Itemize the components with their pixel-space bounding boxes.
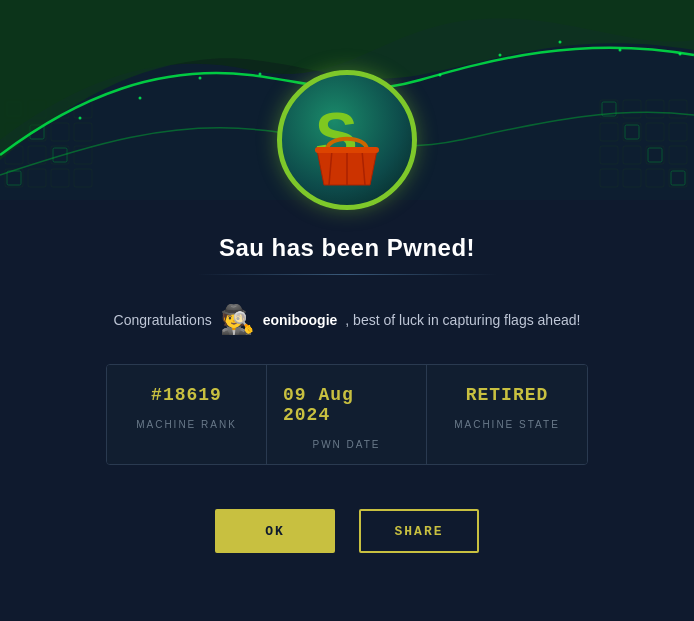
congrats-text: Congratulations <box>114 312 212 328</box>
date-label: PWN DATE <box>312 439 380 450</box>
stat-pwn-date: 09 Aug 2024 PWN DATE <box>267 365 427 464</box>
stats-row: #18619 MACHINE RANK 09 Aug 2024 PWN DATE… <box>106 364 588 465</box>
share-button[interactable]: SHARE <box>359 509 479 553</box>
rank-value: #18619 <box>151 385 222 405</box>
congrats-row: Congratulations 🕵️ eoniboogie , best of … <box>114 303 581 336</box>
svg-rect-56 <box>315 147 379 153</box>
machine-logo: S <box>277 70 417 210</box>
state-value: RETIRED <box>466 385 549 405</box>
main-content: S Sau has been Pwned! Congratulations 🕵️… <box>0 0 694 553</box>
rank-label: MACHINE RANK <box>136 419 237 430</box>
buttons-row: OK SHARE <box>215 509 479 553</box>
congrats-suffix: , best of luck in capturing flags ahead! <box>345 312 580 328</box>
state-label: MACHINE STATE <box>454 419 560 430</box>
ok-button[interactable]: OK <box>215 509 335 553</box>
page-title: Sau has been Pwned! <box>219 234 475 262</box>
date-value: 09 Aug 2024 <box>283 385 410 425</box>
stat-machine-state: RETIRED MACHINE STATE <box>427 365 587 464</box>
user-avatar-icon: 🕵️ <box>220 303 255 336</box>
stat-machine-rank: #18619 MACHINE RANK <box>107 365 267 464</box>
username: eoniboogie <box>263 312 338 328</box>
title-divider <box>197 274 497 275</box>
